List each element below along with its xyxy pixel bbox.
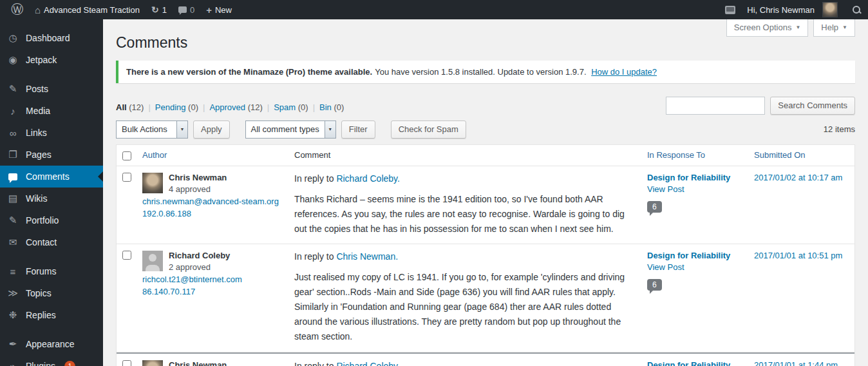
comment-status-filters: All (12)|Pending (0)|Approved (12)|Spam … bbox=[116, 97, 344, 112]
sidebar-item-plugins[interactable]: ⌁ Plugins 1 bbox=[0, 355, 103, 366]
reply-to-link[interactable]: Richard Coleby. bbox=[336, 361, 400, 366]
items-count: 12 items bbox=[824, 124, 855, 134]
comment-count-bubble[interactable]: 6 bbox=[647, 279, 662, 291]
sidebar-item-wikis[interactable]: ▤ Wikis bbox=[0, 188, 103, 209]
comments-table: Author Comment In Response To Submitted … bbox=[116, 144, 855, 366]
how-do-i-update-link[interactable]: How do I update? bbox=[591, 67, 657, 77]
wordpress-icon: Ⓦ bbox=[11, 0, 23, 19]
select-arrow-icon: ▼ bbox=[176, 121, 187, 138]
comment-types-select[interactable]: All comment types ▼ bbox=[245, 120, 336, 139]
filter-spam[interactable]: Spam bbox=[274, 102, 296, 112]
notice-text: You have version 1.5.8 installed. Update… bbox=[375, 67, 586, 77]
row-checkbox[interactable] bbox=[122, 360, 131, 366]
screen-options-button[interactable]: Screen Options ▼ bbox=[726, 19, 809, 37]
author-column-header[interactable]: Author bbox=[142, 150, 167, 160]
comments-link[interactable]: 0 bbox=[173, 0, 200, 19]
author-name: Chris Newman bbox=[169, 173, 227, 182]
author-email-link[interactable]: chris.newman@advanced-steam.org bbox=[142, 197, 279, 206]
filter-pending[interactable]: Pending bbox=[155, 102, 186, 112]
forums-icon: ≡ bbox=[6, 266, 19, 277]
author-email-link[interactable]: richcol.t21@btinternet.com bbox=[142, 274, 242, 284]
sidebar-item-posts[interactable]: ✎ Posts bbox=[0, 78, 103, 100]
wp-logo[interactable]: Ⓦ bbox=[5, 0, 29, 19]
apply-button[interactable]: Apply bbox=[193, 120, 230, 139]
sidebar-item-comments[interactable]: Comments bbox=[0, 166, 103, 188]
filter-bin[interactable]: Bin bbox=[319, 102, 332, 112]
appearance-icon: ✒ bbox=[6, 338, 19, 350]
reply-prefix: In reply to bbox=[294, 251, 334, 262]
comment-bubble-icon bbox=[178, 6, 187, 13]
sidebar-item-contact[interactable]: ✉ Contact bbox=[0, 231, 103, 253]
sidebar-item-media[interactable]: ♪ Media bbox=[0, 100, 103, 122]
filter-button[interactable]: Filter bbox=[341, 120, 375, 139]
plugins-icon: ⌁ bbox=[6, 360, 19, 366]
search-comments-input[interactable] bbox=[666, 97, 765, 115]
row-checkbox[interactable] bbox=[122, 173, 131, 182]
updates-link[interactable]: ↻ 1 bbox=[146, 0, 173, 19]
search-comments-button[interactable]: Search Comments bbox=[770, 97, 855, 115]
media-icon: ♪ bbox=[6, 106, 19, 117]
sidebar-item-replies[interactable]: ❉ Replies bbox=[0, 304, 103, 326]
reply-to-link[interactable]: Richard Coleby. bbox=[336, 173, 400, 184]
post-title-link[interactable]: Design for Reliability bbox=[647, 360, 730, 366]
comment-count-bubble[interactable]: 6 bbox=[647, 201, 662, 213]
approved-count: 4 approved bbox=[169, 184, 227, 194]
dashboard-icon: ◷ bbox=[6, 32, 19, 44]
author-name: Chris Newman bbox=[169, 360, 227, 366]
view-post-link[interactable]: View Post bbox=[647, 262, 684, 272]
sidebar-item-appearance[interactable]: ✒ Appearance bbox=[0, 333, 103, 355]
post-title-link[interactable]: Design for Reliability bbox=[647, 251, 730, 260]
select-all-checkbox[interactable] bbox=[122, 151, 131, 160]
submitted-date-link[interactable]: 2017/01/01 at 1:44 pm bbox=[754, 360, 838, 366]
sidebar-item-forums[interactable]: ≡ Forums bbox=[0, 260, 103, 282]
portfolio-icon: ✎ bbox=[6, 215, 19, 226]
plugins-update-badge: 1 bbox=[64, 361, 75, 366]
comments-icon bbox=[6, 171, 19, 182]
sidebar-item-dashboard[interactable]: ◷ Dashboard bbox=[0, 27, 103, 49]
replies-icon: ❉ bbox=[6, 309, 19, 321]
table-header-row: Author Comment In Response To Submitted … bbox=[117, 145, 854, 166]
search-icon[interactable] bbox=[851, 5, 862, 15]
comment-text: Just realised my copy of LC is 1941. If … bbox=[294, 270, 629, 344]
jetpack-icon: ◉ bbox=[6, 54, 19, 66]
post-title-link[interactable]: Design for Reliability bbox=[647, 173, 730, 182]
avatar bbox=[142, 360, 163, 366]
author-ip-link[interactable]: 192.0.86.188 bbox=[142, 209, 191, 218]
links-icon: ∞ bbox=[6, 128, 19, 139]
sidebar-item-jetpack[interactable]: ◉ Jetpack bbox=[0, 49, 103, 71]
in-response-to-column-header[interactable]: In Response To bbox=[647, 150, 705, 160]
filter-approved[interactable]: Approved bbox=[209, 102, 245, 112]
help-button[interactable]: Help ▼ bbox=[813, 19, 855, 37]
view-post-link[interactable]: View Post bbox=[647, 184, 684, 194]
approved-count: 2 approved bbox=[169, 262, 230, 272]
row-checkbox[interactable] bbox=[122, 251, 131, 260]
submitted-date-link[interactable]: 2017/01/01 at 10:51 pm bbox=[754, 251, 842, 260]
update-icon: ↻ bbox=[151, 5, 159, 15]
comment-count: 0 bbox=[190, 5, 194, 15]
table-row: Richard Coleby 2 approved richcol.t21@bt… bbox=[117, 244, 854, 352]
notification-item[interactable] bbox=[719, 0, 741, 19]
filter-all[interactable]: All bbox=[116, 102, 127, 112]
my-account-link[interactable]: Hi, Chris Newman bbox=[741, 0, 844, 19]
submitted-date-link[interactable]: 2017/01/02 at 10:17 am bbox=[754, 173, 842, 182]
site-name-link[interactable]: ⌂ Advanced Steam Traction bbox=[29, 0, 146, 19]
check-for-spam-button[interactable]: Check for Spam bbox=[391, 120, 466, 139]
table-row: Chris Newman 4 approved chris.newman@adv… bbox=[117, 166, 854, 245]
sidebar-item-pages[interactable]: ❐ Pages bbox=[0, 144, 103, 166]
posts-icon: ✎ bbox=[6, 83, 19, 95]
author-ip-link[interactable]: 86.140.70.117 bbox=[142, 287, 195, 296]
reply-to-link[interactable]: Chris Newman. bbox=[336, 251, 398, 262]
bulk-actions-select[interactable]: Bulk Actions ▼ bbox=[116, 120, 188, 139]
topics-icon: ≫ bbox=[6, 287, 19, 299]
sidebar-item-portfolio[interactable]: ✎ Portfolio bbox=[0, 209, 103, 231]
new-content-link[interactable]: + New bbox=[200, 0, 238, 19]
menu-separator bbox=[0, 326, 103, 333]
sidebar-item-links[interactable]: ∞ Links bbox=[0, 122, 103, 144]
update-notice: There is a new version of the Minamaze (… bbox=[116, 61, 855, 83]
site-name: Advanced Steam Traction bbox=[44, 5, 140, 15]
sidebar-item-topics[interactable]: ≫ Topics bbox=[0, 282, 103, 304]
reply-prefix: In reply to bbox=[294, 173, 334, 184]
submitted-on-column-header[interactable]: Submitted On bbox=[754, 150, 806, 160]
menu-separator bbox=[0, 71, 103, 78]
admin-bar: Ⓦ ⌂ Advanced Steam Traction ↻ 1 0 + New … bbox=[0, 0, 868, 19]
